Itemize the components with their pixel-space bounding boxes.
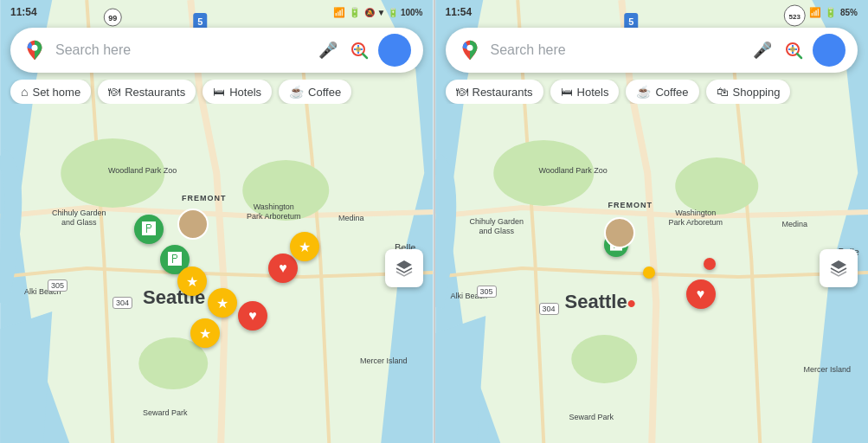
layers-icon-1 — [393, 257, 415, 279]
chip-coffee-2[interactable]: ☕ Coffee — [626, 80, 698, 104]
woodland-label-2: Woodland Park Zoo — [539, 166, 608, 175]
road305-2: 305 — [477, 286, 497, 298]
layers-icon-2 — [827, 257, 850, 279]
lens-button-2[interactable] — [781, 38, 806, 62]
chip-restaurants-2[interactable]: 🍽 Restaurants — [446, 80, 543, 104]
chip-shopping-label-2: Shopping — [733, 86, 781, 99]
user-avatar-2[interactable] — [813, 34, 845, 67]
road304-2: 304 — [539, 303, 559, 315]
layer-button-1[interactable] — [385, 249, 423, 287]
hotel-icon: 🛏 — [213, 85, 225, 99]
time-2: 11:54 — [446, 6, 473, 18]
marker-star-1[interactable]: ★ — [177, 266, 207, 296]
filter-chips-1: ⌂ Set home 🍽 Restaurants 🛏 Hotels ☕ Coff… — [0, 80, 434, 104]
medina-label-2: Medina — [781, 220, 807, 228]
home-icon: ⌂ — [21, 85, 28, 99]
chip-home-label: Set home — [32, 86, 80, 99]
user-avatar-1[interactable] — [378, 34, 411, 67]
svg-point-20 — [466, 45, 473, 51]
status-bar-2: 11:54 📶 🔋 85% — [435, 0, 869, 24]
chihuly-label-2: Chihuly Gardenand Glass — [470, 217, 524, 237]
lens-button-1[interactable] — [347, 38, 371, 62]
time-1: 11:54 — [10, 6, 37, 18]
chip-hotels-label: Hotels — [229, 86, 261, 99]
screen-1: 5 99 11:54 📶 🔋 🔕 ▼ 🔋 100% Search here 🎤 — [0, 0, 434, 443]
chip-hotels[interactable]: 🛏 Hotels — [203, 80, 272, 104]
chip-restaurants-label-2: Restaurants — [473, 86, 533, 99]
signal-icon: 📶 — [333, 7, 345, 18]
hotel-icon-2: 🛏 — [561, 85, 573, 99]
mercer-label-2: Mercer Island — [803, 365, 851, 374]
svg-point-22 — [790, 47, 795, 52]
chip-hotels-label-2: Hotels — [577, 86, 609, 99]
fremont-label-1: FREMONT — [182, 194, 227, 202]
chip-restaurants[interactable]: 🍽 Restaurants — [98, 80, 196, 104]
coffee-icon-2: ☕ — [636, 85, 651, 99]
status-bar-1: 11:54 📶 🔋 🔕 ▼ 🔋 100% — [0, 0, 434, 24]
marker-star-3[interactable]: ★ — [190, 318, 220, 348]
search-placeholder-2: Search here — [491, 42, 744, 58]
marker-dot-s2-1[interactable] — [704, 258, 716, 270]
marker-green-2[interactable]: 🅿 — [134, 215, 164, 244]
washington-label-1: WashingtonPark Arboretum — [247, 202, 301, 222]
chip-shopping-2[interactable]: 🛍 Shopping — [706, 80, 791, 104]
chip-coffee[interactable]: ☕ Coffee — [279, 80, 351, 104]
photo-thumbnail-1 — [177, 209, 209, 240]
seward-label-1: Seward Park — [143, 408, 188, 417]
google-maps-logo-2 — [458, 38, 482, 62]
seward-label-2: Seward Park — [569, 413, 614, 421]
svg-point-8 — [32, 45, 38, 51]
search-bar-1[interactable]: Search here 🎤 — [10, 28, 423, 73]
chihuly-label-1: Chihuly Gardenand Glass — [52, 209, 106, 228]
chip-hotels-2[interactable]: 🛏 Hotels — [550, 80, 620, 104]
coffee-icon: ☕ — [289, 85, 304, 99]
marker-dot-s2-2[interactable] — [643, 266, 655, 279]
chip-restaurants-label: Restaurants — [125, 86, 185, 99]
marker-star-4[interactable]: ★ — [290, 232, 319, 261]
svg-point-10 — [356, 47, 361, 52]
chip-coffee-label-2: Coffee — [655, 86, 688, 99]
restaurant-icon-2: 🍽 — [456, 85, 468, 99]
fremont-label-2: FREMONT — [608, 201, 653, 209]
road305-1: 305 — [48, 279, 68, 292]
washington-label-2: WashingtonPark Arboretum — [669, 209, 723, 228]
marker-heart-s2-1[interactable]: ♥ — [686, 279, 716, 309]
google-maps-logo-1 — [23, 38, 47, 62]
mic-button-2[interactable]: 🎤 — [750, 38, 775, 62]
status-icons-1: 📶 🔋 🔕 ▼ 🔋 100% — [333, 7, 423, 18]
mic-button-1[interactable]: 🎤 — [316, 38, 340, 62]
svg-line-11 — [363, 54, 367, 58]
seattle-label-2: Seattle• — [565, 291, 636, 313]
marker-star-2[interactable]: ★ — [208, 288, 237, 318]
battery-percent: 🔕 ▼ 🔋 100% — [364, 8, 423, 17]
signal-icon-2: 📶 — [809, 7, 821, 18]
search-placeholder-1: Search here — [55, 42, 309, 58]
medina-label-1: Medina — [338, 214, 364, 222]
screen-2: 5 523 11:54 📶 🔋 85% Search here 🎤 — [434, 0, 869, 443]
photo-thumbnail-2 — [604, 217, 635, 248]
battery-icon: 🔋 — [349, 7, 361, 18]
layer-button-2[interactable] — [820, 249, 858, 287]
search-bar-2[interactable]: Search here 🎤 — [446, 28, 858, 73]
chip-home[interactable]: ⌂ Set home — [10, 80, 91, 104]
filter-chips-2: 🍽 Restaurants 🛏 Hotels ☕ Coffee 🛍 Shoppi… — [435, 80, 869, 104]
battery-icon-2: 🔋 — [825, 7, 837, 18]
svg-line-23 — [797, 54, 801, 58]
chip-coffee-label: Coffee — [308, 86, 341, 99]
battery-percent-2: 85% — [840, 8, 858, 17]
status-icons-2: 📶 🔋 85% — [809, 7, 858, 18]
woodland-label-1: Woodland Park Zoo — [108, 166, 177, 175]
svg-point-18 — [675, 157, 758, 215]
road304-1: 304 — [113, 297, 132, 309]
marker-heart-2[interactable]: ♥ — [238, 301, 267, 331]
restaurant-icon: 🍽 — [108, 85, 120, 99]
marker-heart-1[interactable]: ♥ — [268, 254, 298, 283]
mercer-label-1: Mercer Island — [360, 356, 408, 365]
svg-point-19 — [571, 335, 637, 383]
shopping-icon-2: 🛍 — [717, 85, 729, 99]
